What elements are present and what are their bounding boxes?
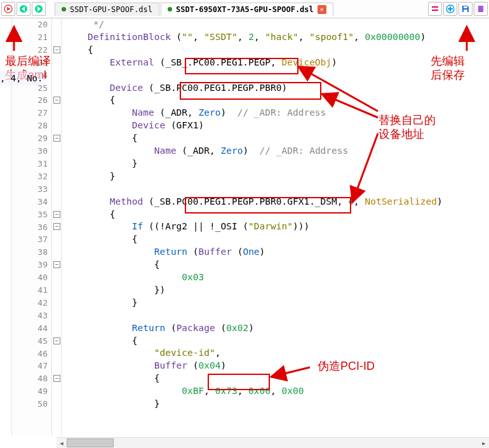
code-line[interactable]: } [65, 170, 116, 183]
forward-button[interactable] [32, 2, 46, 16]
fold-toggle[interactable]: − [53, 375, 60, 382]
code-line[interactable]: Name (_ADR, Zero) // _ADR: Address [65, 145, 348, 158]
diff-button[interactable] [428, 2, 442, 16]
fold-toggle[interactable]: − [53, 97, 60, 104]
scroll-left-icon[interactable]: ◂ [57, 438, 67, 448]
fold-toggle[interactable]: − [53, 211, 60, 218]
line-numbers: 2021222324252627282930313233343536373839… [12, 18, 52, 435]
margin [0, 18, 12, 435]
tab-file-2[interactable]: SSDT-6950XT-73A5-GPU-SPOOF.dsl ✕ [161, 3, 333, 16]
fold-toggle[interactable]: − [53, 261, 60, 268]
fold-column: −−−−−−−− [52, 18, 62, 435]
file-dot-icon [62, 7, 66, 11]
svg-rect-10 [448, 8, 453, 10]
svg-rect-13 [478, 6, 483, 12]
scroll-thumb[interactable] [67, 438, 114, 447]
code-line[interactable]: Method (_SB.PC00.PEG1.PEGP.PBR0.GFX1._DS… [65, 196, 443, 208]
code-line[interactable]: { [65, 132, 138, 145]
scroll-right-icon[interactable]: ▸ [479, 438, 489, 448]
bookmark-button[interactable] [474, 2, 488, 16]
code-line[interactable]: } [65, 297, 138, 309]
tab-label: SSDT-GPU-SPOOF.dsl [70, 5, 152, 14]
code-line[interactable]: } [65, 158, 138, 170]
add-button[interactable] [443, 2, 457, 16]
code-line[interactable]: { [65, 208, 116, 221]
code-line[interactable]: Buffer (0x04) [65, 360, 226, 372]
code-line[interactable]: Device (_SB.PC00.PEG1.PEGP.PBR0) [65, 82, 287, 95]
code-line[interactable]: } [65, 398, 159, 411]
tab-file-1[interactable]: SSDT-GPU-SPOOF.dsl [55, 3, 159, 16]
run-button[interactable] [1, 2, 15, 16]
code-line[interactable]: External (_SB_.PC00.PEG1.PEGP, DeviceObj… [65, 57, 337, 69]
fold-toggle[interactable]: − [53, 135, 60, 142]
svg-rect-11 [464, 6, 467, 8]
file-dot-icon [168, 7, 172, 11]
code-line[interactable]: { [65, 233, 138, 246]
fold-toggle[interactable]: − [53, 223, 60, 230]
svg-rect-7 [432, 10, 438, 11]
tab-label: SSDT-6950XT-73A5-GPU-SPOOF.dsl [176, 5, 314, 14]
code-line[interactable]: Name (_ADR, Zero) // _ADR: Address [65, 107, 326, 119]
close-icon[interactable]: ✕ [318, 5, 326, 14]
fold-toggle[interactable]: − [53, 46, 60, 53]
code-line[interactable]: Return (Package (0x02) [65, 322, 254, 335]
code-line[interactable]: { [65, 44, 93, 57]
code-line[interactable]: 0x03 [65, 271, 204, 284]
code-line[interactable]: { [65, 259, 159, 271]
save-button[interactable] [459, 2, 472, 16]
code-line[interactable]: 0xBF, 0x73, 0x00, 0x00 [65, 385, 304, 398]
svg-rect-6 [432, 6, 438, 8]
code-line[interactable]: If ((!Arg2 || !_OSI ("Darwin"))) [65, 221, 309, 233]
code-line[interactable]: DefinitionBlock ("", "SSDT", 2, "hack", … [65, 31, 426, 44]
code-line[interactable]: }) [65, 284, 165, 297]
svg-marker-1 [7, 7, 11, 11]
code-line[interactable]: Device (GFX1) [65, 119, 204, 132]
back-button[interactable] [17, 2, 30, 16]
code-line[interactable]: "device-id", [65, 347, 220, 360]
code-line[interactable]: { [65, 94, 116, 107]
code-area[interactable]: */ DefinitionBlock ("", "SSDT", 2, "hack… [62, 18, 489, 435]
fold-toggle[interactable]: − [53, 337, 60, 344]
horizontal-scrollbar[interactable]: ◂ ▸ [57, 437, 489, 448]
code-line[interactable]: { [65, 372, 159, 385]
code-editor[interactable]: 2021222324252627282930313233343536373839… [0, 18, 489, 435]
code-line[interactable]: { [65, 335, 138, 348]
tab-bar: SSDT-GPU-SPOOF.dsl SSDT-6950XT-73A5-GPU-… [55, 3, 333, 16]
code-line[interactable]: */ [65, 18, 104, 31]
toolbar: SSDT-GPU-SPOOF.dsl SSDT-6950XT-73A5-GPU-… [0, 0, 489, 18]
code-line[interactable]: Return (Buffer (One) [65, 246, 265, 259]
svg-rect-12 [464, 10, 467, 12]
